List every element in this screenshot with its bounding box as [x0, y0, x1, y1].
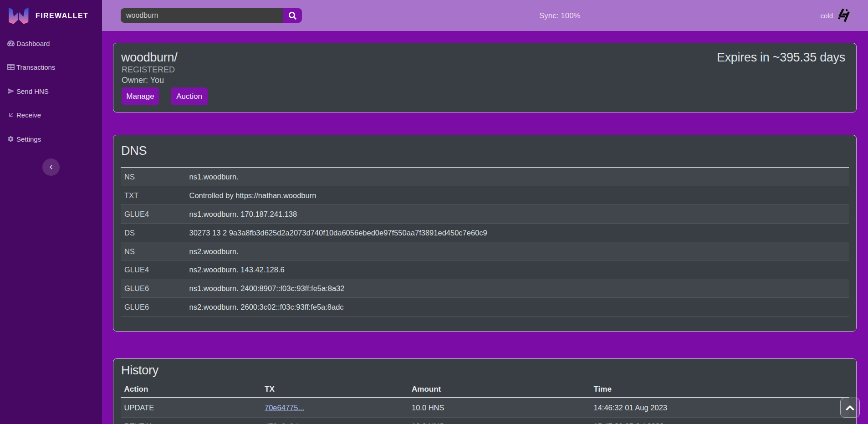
dns-record-type: GLUE4 — [124, 266, 149, 274]
hns-logo-icon[interactable] — [837, 8, 851, 23]
sidebar-item-send[interactable]: Send HNS — [0, 83, 102, 99]
sidebar-collapse-button[interactable] — [42, 158, 60, 176]
sidebar: FIREWALLET Dashboard Transactions Send H… — [0, 0, 102, 424]
sidebar-item-dashboard[interactable]: Dashboard — [0, 36, 102, 51]
dns-record-row: NS ns1.woodburn. — [121, 168, 849, 187]
dns-record-value: ns1.woodburn. — [189, 173, 239, 181]
dns-record-value: ns2.woodburn. 2600:3c02::f03c:93ff:fe5a:… — [189, 302, 344, 311]
auction-button[interactable]: Auction — [171, 87, 208, 105]
gauge-icon — [7, 40, 15, 47]
domain-title: woodburn/ — [121, 51, 177, 65]
tx-link[interactable]: d72e6e0d... — [265, 422, 304, 424]
scroll-top-button[interactable] — [840, 398, 860, 418]
history-action: REVEAL — [124, 422, 154, 424]
dns-record-type: GLUE6 — [124, 284, 149, 293]
dns-record-row: DS 30273 13 2 9a3a8fb3d625d2a2073d740f10… — [121, 224, 849, 242]
history-header-time: Time — [594, 385, 612, 394]
history-time: 15:47:30 05 Jul 2023 — [594, 422, 664, 424]
history-title: History — [121, 363, 158, 378]
sidebar-item-label: Dashboard — [16, 40, 50, 47]
history-row: REVEAL d72e6e0d... 10.0 HNS 15:47:30 05 … — [121, 418, 849, 424]
dns-record-value: ns1.woodburn. 170.187.241.138 — [189, 209, 297, 218]
sidebar-item-label: Settings — [16, 135, 41, 143]
dns-record-type: NS — [124, 247, 135, 255]
history-tx-cell: d72e6e0d... — [265, 422, 304, 424]
history-amount: 10.0 HNS — [412, 422, 444, 424]
dns-card: DNS NS ns1.woodburn. TXT Controlled by h… — [113, 135, 857, 332]
search-input[interactable] — [121, 8, 283, 23]
sidebar-item-label: Transactions — [16, 63, 55, 71]
history-time: 14:46:32 01 Aug 2023 — [594, 404, 668, 412]
history-tx-cell: 70e64775... — [265, 404, 304, 412]
domain-owner: Owner: You — [122, 76, 164, 85]
dns-record-row: GLUE6 ns2.woodburn. 2600:3c02::f03c:93ff… — [121, 298, 849, 317]
sidebar-item-transactions[interactable]: Transactions — [0, 59, 102, 75]
topbar: Sync: 100% cold — [102, 0, 868, 31]
sidebar-item-settings[interactable]: Settings — [0, 131, 102, 147]
history-header-tx: TX — [265, 385, 275, 394]
chevron-left-icon — [48, 164, 54, 170]
dns-record-row: NS ns2.woodburn. — [121, 242, 849, 261]
history-header-action: Action — [124, 385, 148, 394]
domain-expiry: Expires in ~395.35 days — [717, 51, 845, 65]
history-row: UPDATE 70e64775... 10.0 HNS 14:46:32 01 … — [121, 398, 849, 418]
search-icon — [289, 12, 296, 20]
domain-status: REGISTERED — [122, 65, 175, 75]
chevron-up-icon — [846, 405, 854, 411]
dns-record-type: GLUE6 — [124, 302, 149, 311]
dns-record-value: Controlled by https://nathan.woodburn — [189, 191, 317, 200]
dns-record-value: ns2.woodburn. 143.42.128.6 — [189, 266, 285, 274]
send-icon — [7, 87, 15, 95]
dns-record-row: GLUE4 ns2.woodburn. 143.42.128.6 — [121, 261, 849, 279]
dns-record-value: ns2.woodburn. — [189, 247, 239, 255]
dns-record-row: TXT Controlled by https://nathan.woodbur… — [121, 186, 849, 205]
sidebar-item-label: Send HNS — [16, 87, 49, 95]
dns-record-type: DS — [124, 228, 135, 237]
history-card: History Action TX Amount Time UPDATE 70e… — [113, 358, 857, 424]
manage-button[interactable]: Manage — [122, 87, 159, 105]
domain-card: woodburn/ REGISTERED Owner: You Manage A… — [113, 43, 857, 112]
firewallet-logo-icon — [9, 7, 29, 25]
dns-record-type: GLUE4 — [124, 209, 149, 218]
dns-record-value: 30273 13 2 9a3a8fb3d625d2a2073d740f10da6… — [189, 228, 487, 237]
dns-record-value: ns1.woodburn. 2400:8907::f03c:93ff:fe5a:… — [189, 284, 345, 293]
search-button[interactable] — [283, 8, 302, 23]
table-icon — [7, 63, 15, 71]
history-table: Action TX Amount Time UPDATE 70e64775...… — [121, 378, 849, 424]
tx-link[interactable]: 70e64775... — [265, 404, 304, 412]
dns-title: DNS — [121, 144, 147, 158]
search-form — [121, 8, 302, 23]
brand-name: FIREWALLET — [36, 12, 88, 20]
history-table-header: Action TX Amount Time — [121, 378, 849, 398]
gear-icon — [8, 136, 14, 142]
sync-status: Sync: 100% — [539, 11, 581, 20]
history-amount: 10.0 HNS — [412, 404, 444, 412]
arrow-down-left-icon — [7, 111, 15, 118]
brand[interactable]: FIREWALLET — [0, 0, 102, 31]
history-action: UPDATE — [124, 404, 154, 412]
history-header-amount: Amount — [412, 385, 441, 394]
dns-record-type: TXT — [124, 191, 138, 200]
dns-record-row: GLUE4 ns1.woodburn. 170.187.241.138 — [121, 205, 849, 224]
wallet-name: cold — [820, 12, 833, 20]
dns-table: NS ns1.woodburn. TXT Controlled by https… — [121, 167, 849, 317]
dns-record-row: GLUE6 ns1.woodburn. 2400:8907::f03c:93ff… — [121, 279, 849, 298]
sidebar-item-label: Receive — [16, 111, 41, 119]
sidebar-item-receive[interactable]: Receive — [0, 107, 102, 123]
dns-record-type: NS — [124, 173, 135, 181]
